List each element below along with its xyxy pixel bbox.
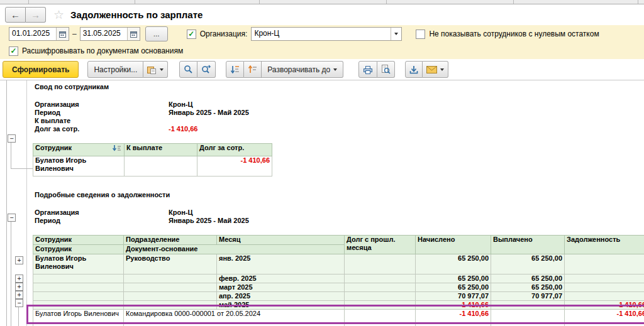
cell-month[interactable]: март 2025 bbox=[217, 283, 345, 292]
forward-button[interactable]: → bbox=[26, 7, 46, 23]
cell-accrued[interactable]: 65 250,00 bbox=[416, 283, 491, 292]
summary-row-employee[interactable]: Булатов Игорь Виленович bbox=[33, 156, 125, 177]
cell-accrued[interactable]: -1 410,66 bbox=[416, 310, 491, 326]
organization-checkbox[interactable]: ✓ bbox=[187, 30, 196, 39]
cell-prev-debt[interactable] bbox=[345, 292, 416, 301]
expand-toggle-feb[interactable]: + bbox=[15, 274, 23, 283]
details-period-value: Январь 2025 - Май 2025 bbox=[169, 217, 249, 225]
expand-toggle-mar[interactable]: + bbox=[15, 283, 23, 291]
collapse-toggle-may[interactable]: − bbox=[15, 299, 23, 307]
cell-employee[interactable] bbox=[33, 274, 124, 283]
cell-employee[interactable]: Булатов Игорь Виленович bbox=[33, 310, 124, 326]
cell-month[interactable]: апр. 2025 bbox=[217, 292, 345, 301]
clipped-top-toolbar bbox=[0, 0, 644, 4]
date-to-field[interactable] bbox=[80, 27, 140, 41]
group-branch-elbow bbox=[11, 168, 33, 169]
details-header-fields: ОрганизацияКрон-Ц ПериодЯнварь 2025 - Ма… bbox=[35, 209, 249, 225]
collapse-toggle-details[interactable]: − bbox=[8, 214, 16, 222]
chevron-down-icon[interactable] bbox=[391, 28, 401, 40]
cell-prev-debt[interactable] bbox=[345, 301, 416, 310]
cell-department[interactable] bbox=[124, 301, 217, 310]
cell-debt[interactable] bbox=[565, 254, 644, 274]
cell-debt[interactable] bbox=[565, 292, 644, 301]
cell-debt[interactable] bbox=[565, 283, 644, 292]
cell-prev-debt[interactable] bbox=[345, 274, 416, 283]
cell-prev-debt[interactable] bbox=[345, 283, 416, 292]
report-variant-icon bbox=[147, 65, 157, 74]
preview-button[interactable] bbox=[377, 61, 395, 78]
explain-docs-checkbox[interactable]: ✓ bbox=[9, 46, 18, 56]
period-more-button[interactable]: ... bbox=[145, 26, 168, 41]
collapse-all-button[interactable] bbox=[244, 61, 262, 78]
table-row: Булатов Игорь Виленович Руководство янв.… bbox=[33, 254, 644, 274]
save-file-button[interactable] bbox=[405, 61, 423, 78]
cell-employee[interactable] bbox=[33, 292, 124, 301]
group-level1-line bbox=[6, 80, 7, 326]
hide-zero-checkbox[interactable]: ✓ bbox=[416, 30, 425, 39]
cell-employee[interactable] bbox=[33, 301, 124, 310]
cell-document[interactable]: Командировка 0000-000001 от 20.05.2024 bbox=[124, 310, 345, 326]
cell-employee[interactable] bbox=[33, 283, 124, 292]
table-row: март 2025 65 250,00 65 250,00 bbox=[33, 283, 644, 292]
cell-debt[interactable] bbox=[565, 274, 644, 283]
cell-debt[interactable]: -1 410,66 bbox=[565, 301, 644, 310]
expand-levels-icon bbox=[230, 65, 240, 74]
details-subcol-document: Документ-основание bbox=[124, 245, 345, 254]
cell-month[interactable]: май 2025 bbox=[217, 301, 345, 310]
cell-accrued[interactable]: 65 250,00 bbox=[416, 254, 491, 274]
search-button[interactable] bbox=[179, 61, 197, 78]
report-variants-button[interactable] bbox=[143, 61, 168, 78]
summary-row-topay[interactable] bbox=[125, 156, 197, 177]
cell-paid[interactable] bbox=[491, 301, 565, 310]
organization-combo[interactable] bbox=[251, 27, 402, 41]
cell-paid[interactable] bbox=[491, 310, 565, 326]
cell-paid[interactable]: 65 250,00 bbox=[491, 274, 565, 283]
summary-row-debt[interactable]: -1 410,66 bbox=[197, 156, 272, 177]
expand-toggle-apr[interactable]: + bbox=[15, 291, 23, 299]
summary-col-employee[interactable]: Сотрудник bbox=[33, 144, 125, 156]
cell-department[interactable] bbox=[124, 274, 217, 283]
cell-month[interactable]: февр. 2025 bbox=[217, 274, 345, 283]
cell-prev-debt[interactable] bbox=[345, 310, 416, 326]
expand-toggle-jan[interactable]: + bbox=[15, 256, 23, 264]
send-mail-button[interactable] bbox=[423, 61, 448, 78]
print-button[interactable] bbox=[358, 61, 377, 78]
cell-debt[interactable]: -1 410,66 bbox=[565, 310, 644, 326]
expand-to-button[interactable]: Разворачивать до bbox=[262, 61, 343, 78]
search-next-button[interactable] bbox=[197, 61, 216, 78]
date-from-input[interactable] bbox=[9, 28, 56, 39]
details-subcol-employee: Сотрудник bbox=[33, 245, 124, 254]
date-from-field[interactable] bbox=[9, 27, 69, 41]
cell-paid[interactable]: 65 250,00 bbox=[491, 283, 565, 292]
favorite-star-icon[interactable]: ☆ bbox=[53, 9, 64, 21]
date-to-input[interactable] bbox=[80, 28, 127, 39]
cell-accrued[interactable]: 65 250,00 bbox=[416, 274, 491, 283]
cell-paid[interactable]: 70 977,07 bbox=[491, 292, 565, 301]
cell-paid[interactable]: 65 250,00 bbox=[491, 254, 565, 274]
collapse-toggle-summary[interactable]: − bbox=[8, 134, 16, 143]
summary-col-topay: К выплате bbox=[125, 144, 197, 156]
details-col-prev-debt: Долг с прошл. месяца bbox=[345, 236, 416, 254]
cell-department[interactable] bbox=[124, 283, 217, 292]
details-col-debt: Задолженность bbox=[565, 236, 644, 254]
cell-department[interactable]: Руководство bbox=[124, 254, 217, 274]
date-range-separator: – bbox=[72, 30, 77, 38]
generate-button[interactable]: Сформировать bbox=[3, 61, 79, 78]
cell-accrued[interactable]: -1 410,66 bbox=[416, 301, 491, 310]
cell-employee[interactable]: Булатов Игорь Виленович bbox=[33, 254, 124, 274]
cell-accrued[interactable]: 70 977,07 bbox=[416, 292, 491, 301]
cell-month[interactable]: янв. 2025 bbox=[217, 254, 345, 274]
cell-department[interactable] bbox=[124, 292, 217, 301]
sort-asc-icon[interactable] bbox=[112, 144, 122, 153]
expand-all-button[interactable] bbox=[226, 61, 244, 78]
settings-button[interactable]: Настройки... bbox=[87, 61, 143, 78]
calendar-icon[interactable] bbox=[127, 28, 140, 40]
group-branch-line3 bbox=[18, 307, 19, 326]
cell-prev-debt[interactable] bbox=[345, 254, 416, 274]
mail-icon bbox=[426, 66, 437, 73]
organization-input[interactable] bbox=[252, 28, 391, 39]
filter-panel: – ... ✓ Организация: ✓ Не показывать сот… bbox=[0, 25, 644, 59]
back-button[interactable]: ← bbox=[5, 7, 26, 23]
calendar-icon[interactable] bbox=[56, 28, 69, 40]
detail-document-row: Булатов Игорь Виленович Командировка 000… bbox=[33, 310, 644, 326]
